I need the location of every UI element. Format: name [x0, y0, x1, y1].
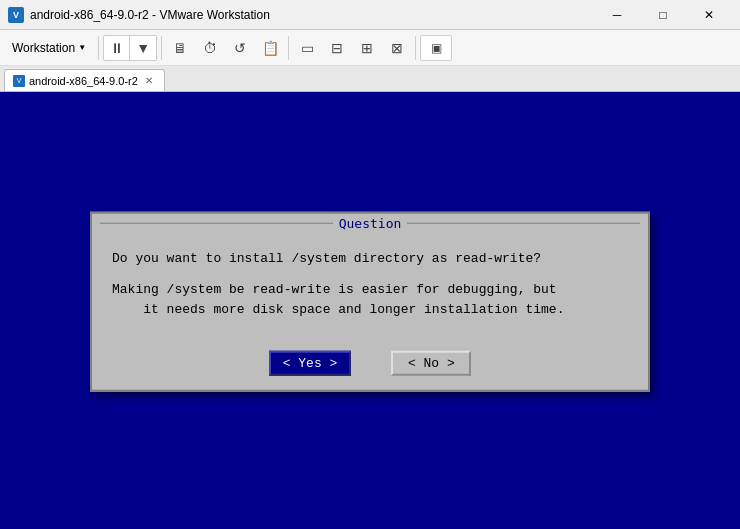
- yes-button[interactable]: < Yes >: [269, 351, 352, 376]
- media-arrow-button[interactable]: ▼: [130, 36, 156, 60]
- pause-button[interactable]: ⏸: [104, 36, 130, 60]
- workstation-menu[interactable]: Workstation ▼: [4, 34, 94, 62]
- tab-bar: V android-x86_64-9.0-r2 ✕: [0, 66, 740, 92]
- minimize-button[interactable]: ─: [594, 0, 640, 30]
- tab-close-button[interactable]: ✕: [142, 74, 156, 88]
- vm-button-4[interactable]: 📋: [256, 34, 284, 62]
- menu-bar: Workstation ▼ ⏸ ▼ 🖥 ⏱ ↺ 📋 ▭ ⊟ ⊞ ⊠ ▣: [0, 30, 740, 66]
- maximize-button[interactable]: □: [640, 0, 686, 30]
- app-icon: V: [8, 7, 24, 23]
- tab-label: android-x86_64-9.0-r2: [29, 75, 138, 87]
- title-controls: ─ □ ✕: [594, 0, 732, 30]
- dialog-line2: Making /system be read-write is easier f…: [112, 280, 628, 319]
- view-button-2[interactable]: ⊟: [323, 34, 351, 62]
- toolbar-separator4: [415, 36, 416, 60]
- toolbar-separator: [98, 36, 99, 60]
- vm-button-1[interactable]: 🖥: [166, 34, 194, 62]
- view-button-4[interactable]: ⊠: [383, 34, 411, 62]
- close-button[interactable]: ✕: [686, 0, 732, 30]
- view-button-1[interactable]: ▭: [293, 34, 321, 62]
- title-bar: V android-x86_64-9.0-r2 - VMware Worksta…: [0, 0, 740, 30]
- dialog-title-bar: Question: [92, 213, 648, 232]
- dialog-box: Question Do you want to install /system …: [90, 211, 650, 392]
- dialog-title: Question: [339, 215, 402, 230]
- tab-icon: V: [13, 75, 25, 87]
- toolbar-separator3: [288, 36, 289, 60]
- no-button[interactable]: < No >: [391, 351, 471, 376]
- vm-viewport[interactable]: Question Do you want to install /system …: [0, 92, 740, 529]
- vm-tab[interactable]: V android-x86_64-9.0-r2 ✕: [4, 69, 165, 91]
- vm-button-2[interactable]: ⏱: [196, 34, 224, 62]
- dialog-title-line-left: [100, 222, 333, 223]
- fullscreen-button[interactable]: ▣: [420, 35, 452, 61]
- workstation-label: Workstation: [12, 41, 75, 55]
- dialog-title-line-right: [407, 222, 640, 223]
- view-button-3[interactable]: ⊞: [353, 34, 381, 62]
- main-content: Question Do you want to install /system …: [0, 92, 740, 529]
- toolbar-separator2: [161, 36, 162, 60]
- vm-button-3[interactable]: ↺: [226, 34, 254, 62]
- dialog-buttons: < Yes > < No >: [92, 343, 648, 390]
- workstation-arrow: ▼: [78, 43, 86, 52]
- title-text: android-x86_64-9.0-r2 - VMware Workstati…: [30, 8, 270, 22]
- dialog-body: Do you want to install /system directory…: [92, 232, 648, 343]
- title-left: V android-x86_64-9.0-r2 - VMware Worksta…: [8, 7, 270, 23]
- dialog-line1: Do you want to install /system directory…: [112, 248, 628, 268]
- media-controls: ⏸ ▼: [103, 35, 157, 61]
